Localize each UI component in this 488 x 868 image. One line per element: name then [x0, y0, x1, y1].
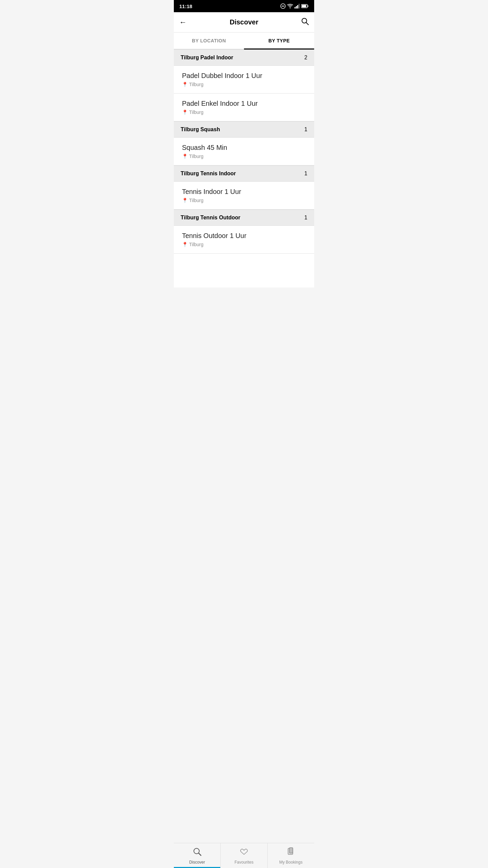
discover-icon: [193, 847, 202, 859]
location-tennis-indoor: 📍 Tilburg: [182, 198, 306, 203]
dnd-icon: [280, 3, 286, 9]
nav-item-discover[interactable]: Discover: [174, 843, 221, 868]
header: ← Discover: [174, 12, 314, 33]
pin-icon: 📍: [182, 154, 188, 159]
nav-item-favourites[interactable]: Favourites: [221, 843, 267, 868]
nav-item-bookings[interactable]: My Bookings: [268, 843, 314, 868]
svg-rect-7: [302, 5, 306, 7]
svg-line-10: [306, 22, 309, 25]
favourites-icon: [240, 847, 248, 859]
location-padel-dubbel: 📍 Tilburg: [182, 82, 306, 87]
pin-icon: 📍: [182, 82, 188, 87]
bottom-nav: Discover Favourites My Bookings: [174, 843, 314, 868]
location-padel-enkel: 📍 Tilburg: [182, 110, 306, 115]
pin-icon: 📍: [182, 242, 188, 247]
svg-rect-14: [289, 848, 293, 853]
location-squash: 📍 Tilburg: [182, 154, 306, 159]
tab-by-type[interactable]: BY TYPE: [244, 33, 314, 49]
back-button[interactable]: ←: [179, 18, 190, 27]
svg-line-12: [199, 853, 201, 855]
location-tennis-outdoor: 📍 Tilburg: [182, 242, 306, 247]
search-button[interactable]: [298, 18, 309, 27]
signal-icon: [294, 4, 300, 8]
pin-icon: 📍: [182, 198, 188, 203]
svg-rect-2: [294, 7, 296, 8]
main-content: Tilburg Padel Indoor 2 Padel Dubbel Indo…: [174, 50, 314, 288]
svg-rect-5: [299, 4, 300, 8]
wifi-icon: [287, 4, 293, 8]
list-item-squash[interactable]: Squash 45 Min 📍 Tilburg: [174, 138, 314, 165]
pin-icon: 📍: [182, 110, 188, 115]
list-item-padel-enkel[interactable]: Padel Enkel Indoor 1 Uur 📍 Tilburg: [174, 94, 314, 121]
svg-rect-8: [308, 5, 308, 7]
page-title: Discover: [190, 18, 298, 26]
section-header-squash: Tilburg Squash 1: [174, 121, 314, 138]
list-item-tennis-outdoor[interactable]: Tennis Outdoor 1 Uur 📍 Tilburg: [174, 226, 314, 254]
section-header-padel-indoor: Tilburg Padel Indoor 2: [174, 50, 314, 66]
search-icon: [301, 18, 309, 25]
status-bar: 11:18: [174, 0, 314, 12]
tab-by-location[interactable]: BY LOCATION: [174, 33, 244, 49]
status-time: 11:18: [179, 3, 192, 9]
list-item-padel-dubbel[interactable]: Padel Dubbel Indoor 1 Uur 📍 Tilburg: [174, 66, 314, 94]
bookings-icon: [286, 847, 295, 859]
svg-rect-3: [296, 6, 297, 8]
section-header-tennis-indoor: Tilburg Tennis Indoor 1: [174, 165, 314, 182]
tab-bar: BY LOCATION BY TYPE: [174, 33, 314, 50]
battery-icon: [301, 4, 309, 8]
section-header-tennis-outdoor: Tilburg Tennis Outdoor 1: [174, 210, 314, 226]
svg-rect-4: [297, 5, 298, 8]
status-icons: [280, 3, 309, 9]
list-item-tennis-indoor[interactable]: Tennis Indoor 1 Uur 📍 Tilburg: [174, 182, 314, 210]
